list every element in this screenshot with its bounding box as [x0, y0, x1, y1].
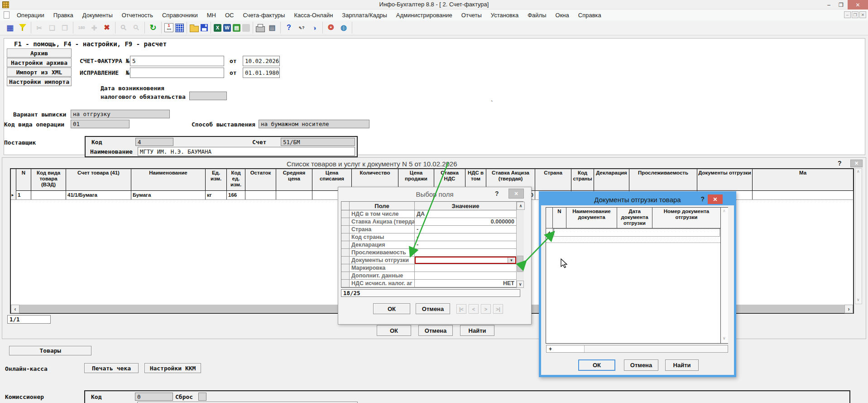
- invoice-number-input[interactable]: 5: [130, 56, 224, 66]
- scroll-up-icon[interactable]: ∧: [857, 169, 860, 174]
- dropdown-arrow-icon[interactable]: ▼: [508, 257, 515, 263]
- ship-column-header-1[interactable]: Наименование документа: [566, 208, 617, 228]
- context-help-icon[interactable]: ⇖?: [296, 22, 307, 33]
- compass-icon[interactable]: ◑: [309, 22, 320, 33]
- goods-column-header-7[interactable]: Средняя цена: [276, 169, 312, 190]
- menu-item-7[interactable]: Счета-фактуры: [238, 12, 289, 19]
- help-icon[interactable]: ?: [283, 22, 294, 33]
- excel-icon[interactable]: X: [214, 24, 221, 32]
- menu-item-15[interactable]: Справка: [574, 12, 606, 19]
- field-dialog-row-8[interactable]: Дополнит. данные: [341, 272, 523, 280]
- minimize-button[interactable]: –: [823, 0, 834, 10]
- journal-grid-icon[interactable]: ▦: [5, 22, 15, 33]
- supplier-name-value[interactable]: МГТУ ИМ. Н.Э. БАУМАНА: [138, 147, 355, 156]
- scroll-right-icon[interactable]: ›: [844, 305, 853, 313]
- export-report-icon[interactable]: ▤: [233, 24, 240, 32]
- field-dialog-cancel-button[interactable]: Отмена: [416, 303, 450, 314]
- kkm-settings-button[interactable]: Настройки ККМ: [144, 363, 201, 373]
- menu-item-11[interactable]: Отчеты: [457, 12, 486, 19]
- cut-icon[interactable]: ✂: [34, 22, 45, 33]
- goods-cell-1[interactable]: [31, 190, 66, 199]
- shipping-cancel-button[interactable]: Отмена: [624, 359, 658, 371]
- correction-date-input[interactable]: 01.01.1980: [243, 68, 280, 78]
- goods-column-header-2[interactable]: Счет товара (41): [66, 169, 131, 190]
- restore-button[interactable]: ❐: [835, 0, 847, 10]
- goods-column-header-0[interactable]: N: [16, 169, 31, 190]
- invoice-date-input[interactable]: 10.02.2026: [243, 56, 280, 66]
- menu-item-12[interactable]: Установка: [486, 12, 523, 19]
- field-dialog-row-7[interactable]: Маркировка: [341, 264, 523, 272]
- goods-cell-2[interactable]: 41/1/Бумага: [66, 190, 131, 199]
- support-icon[interactable]: ❂: [326, 22, 336, 33]
- field-value[interactable]: -: [415, 233, 516, 241]
- import-settings-button[interactable]: Настройки импорта: [7, 77, 72, 86]
- row-selector[interactable]: [341, 272, 350, 279]
- print-preview-icon[interactable]: ▤: [267, 22, 278, 33]
- ship-column-header-2[interactable]: Дата документа отгрузки: [617, 208, 652, 228]
- row-selector[interactable]: [341, 233, 350, 241]
- filter-icon[interactable]: [17, 22, 28, 33]
- menu-item-3[interactable]: Отчетность: [117, 12, 158, 19]
- paste-rows-icon[interactable]: ❏: [47, 22, 58, 33]
- close-button[interactable]: ✕: [848, 0, 868, 10]
- refresh-icon[interactable]: ↻: [148, 22, 158, 33]
- shipping-find-button[interactable]: Найти: [665, 359, 699, 371]
- print-icon[interactable]: [256, 26, 265, 32]
- menu-item-5[interactable]: МН: [202, 12, 221, 19]
- row-selector[interactable]: [341, 280, 350, 287]
- field-dialog-ok-button[interactable]: ОК: [373, 303, 410, 314]
- field-scroll-thumb[interactable]: [517, 256, 523, 272]
- row-selector[interactable]: [341, 226, 350, 233]
- archive-button[interactable]: Архив: [7, 49, 72, 58]
- goods-column-header-1[interactable]: Код вида товара (ВЭД): [31, 169, 66, 190]
- mdi-minimize-button[interactable]: –: [844, 11, 851, 18]
- goods-section-button[interactable]: Товары: [9, 346, 91, 355]
- menu-item-6[interactable]: ОС: [221, 12, 239, 19]
- field-dialog-help-icon[interactable]: ?: [495, 190, 499, 197]
- goods-cancel-button[interactable]: Отмена: [418, 325, 453, 336]
- field-value[interactable]: -: [415, 241, 516, 248]
- menu-item-4[interactable]: Справочники: [158, 12, 202, 19]
- goods-cell-3[interactable]: Бумага: [131, 190, 206, 199]
- variant-value[interactable]: на отгрузку: [71, 110, 170, 118]
- supplier-account-value[interactable]: 51/БМ: [281, 138, 355, 146]
- field-dialog-row-5[interactable]: Прослеживаемость: [341, 249, 523, 257]
- field-scroll-down-icon[interactable]: ∨: [517, 281, 524, 288]
- shipping-dialog-help-icon[interactable]: ?: [700, 195, 705, 203]
- field-dialog-row-3[interactable]: Код страны-: [341, 233, 523, 241]
- field-dialog-close-icon[interactable]: ✕: [508, 189, 524, 199]
- menu-item-10[interactable]: Администрирование: [392, 12, 457, 19]
- row-selector[interactable]: [341, 210, 350, 218]
- save-icon[interactable]: [201, 24, 208, 31]
- search-next-icon[interactable]: ⚲: [129, 20, 144, 35]
- goods-cell-7[interactable]: [276, 190, 312, 199]
- rotate-180-icon[interactable]: 180: [76, 22, 87, 33]
- mdi-restore-button[interactable]: ❐: [852, 11, 858, 18]
- web-globe-icon[interactable]: ◍: [338, 22, 349, 33]
- scroll-down-icon[interactable]: ∨: [857, 297, 860, 302]
- field-value[interactable]: [415, 272, 516, 279]
- goods-vscrollbar[interactable]: ∧ ∨: [855, 168, 862, 304]
- row-selector[interactable]: [341, 257, 350, 264]
- field-dialog-row-4[interactable]: Декларация-: [341, 241, 523, 249]
- method-value[interactable]: на бумажном носителе: [259, 120, 369, 128]
- field-value[interactable]: 0.000000: [415, 218, 516, 225]
- word-icon[interactable]: W: [223, 24, 231, 32]
- print-check-button[interactable]: Печать чека: [84, 363, 139, 373]
- shipping-scroll-down-icon[interactable]: ∨: [723, 336, 726, 340]
- blank-icon[interactable]: [242, 24, 250, 32]
- nav-prev-button[interactable]: <: [469, 304, 479, 314]
- nav-first-button[interactable]: |<: [456, 304, 466, 314]
- shipping-vscrollbar[interactable]: ∧ ∨: [720, 208, 728, 343]
- goods-help-icon[interactable]: ?: [838, 160, 842, 167]
- shipping-new-row[interactable]: +: [546, 228, 720, 237]
- menu-item-8[interactable]: Касса-Онлайн: [289, 12, 337, 19]
- nav-next-button[interactable]: >: [481, 304, 491, 314]
- open-file-icon[interactable]: [190, 26, 199, 32]
- row-selector[interactable]: [341, 249, 350, 256]
- goods-column-header-19[interactable]: Ма: [753, 169, 854, 190]
- menu-item-9[interactable]: Зарплата/Кадры: [337, 12, 392, 19]
- shipping-ok-button[interactable]: ОК: [578, 359, 615, 371]
- field-dialog-row-6[interactable]: Документы отгрузки▼: [341, 257, 523, 264]
- field-value[interactable]: НЕТ: [415, 280, 516, 287]
